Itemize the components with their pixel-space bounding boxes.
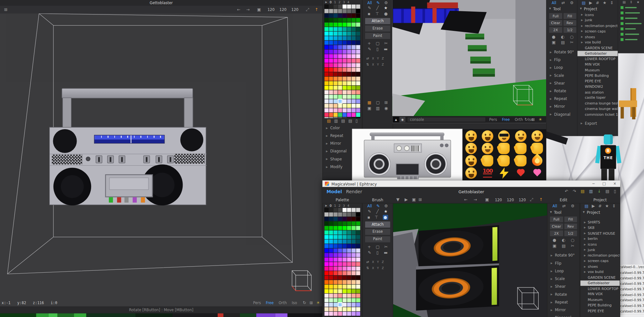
solid-mode-icon[interactable]: ● xyxy=(553,238,556,242)
palette-swatch[interactable] xyxy=(325,5,329,9)
gear-icon[interactable]: ⚙ xyxy=(384,1,388,5)
palette-swatch[interactable] xyxy=(356,54,360,58)
nav-forward-icon[interactable]: → xyxy=(246,8,250,12)
cut-tool-icon[interactable]: ✂ xyxy=(384,245,388,249)
project-item[interactable]: ▶ MIN VOX xyxy=(577,62,618,67)
palette-swatch[interactable] xyxy=(356,240,360,244)
lightning-emoji[interactable] xyxy=(498,167,510,179)
palette-swatch[interactable] xyxy=(334,95,338,99)
palette-swatch[interactable] xyxy=(334,36,338,40)
blush-emoji[interactable] xyxy=(515,131,526,142)
paint-button[interactable]: Paint xyxy=(365,33,390,39)
crop-icon[interactable]: ▣ xyxy=(485,198,489,202)
palette-swatch[interactable] xyxy=(338,86,342,90)
palette-swatch[interactable] xyxy=(356,285,360,289)
file-row[interactable]: icaVoxel-0.99.7.1 xyxy=(618,276,644,281)
palette-swatch[interactable] xyxy=(329,213,333,217)
palette-swatch[interactable] xyxy=(356,231,360,235)
palette-swatch[interactable] xyxy=(356,307,360,311)
palette-swatch[interactable] xyxy=(343,280,347,284)
palette-swatch[interactable] xyxy=(347,90,351,95)
palette-swatch[interactable] xyxy=(338,27,342,31)
palette-swatch[interactable] xyxy=(338,262,342,266)
victory-hand-emoji[interactable] xyxy=(482,155,494,167)
palette-swatch[interactable] xyxy=(356,208,360,212)
palette-swatch[interactable] xyxy=(343,36,347,40)
palette-swatch[interactable] xyxy=(352,27,356,31)
project-cursor-icon[interactable]: ▶ xyxy=(589,1,592,5)
palette-swatch[interactable] xyxy=(338,231,342,235)
edit-button[interactable]: Full xyxy=(549,13,562,19)
file-row[interactable]: icaVoxel-0.99.7.1 xyxy=(618,287,644,292)
palette-swatch[interactable] xyxy=(329,285,333,289)
file-row[interactable]: icaVoxel-0.99.7.1 xyxy=(618,303,644,309)
palette-swatch[interactable] xyxy=(347,280,351,284)
brush-voxel-icon[interactable]: ▪ xyxy=(368,12,371,16)
edit-section[interactable]: ▶ Flip xyxy=(547,259,579,267)
edit-button[interactable]: Clear xyxy=(550,223,563,229)
palette-swatch[interactable] xyxy=(338,267,342,271)
select-tool-icon[interactable]: ▢ xyxy=(376,41,380,46)
project-item[interactable]: ▶ icons xyxy=(580,241,620,247)
palette-swatch[interactable] xyxy=(334,41,338,45)
palette-swatch[interactable] xyxy=(352,298,356,302)
palette-swatch[interactable] xyxy=(338,90,342,95)
palette-swatch[interactable] xyxy=(325,32,329,36)
palette-swatch[interactable] xyxy=(325,258,329,262)
palette-swatch[interactable] xyxy=(352,280,356,284)
palette-swatch[interactable] xyxy=(329,77,333,81)
resize-icon[interactable]: ⤢ xyxy=(306,8,309,12)
palette-swatch[interactable] xyxy=(343,217,347,221)
view-mode[interactable]: Free xyxy=(266,301,274,305)
palette-swatch[interactable] xyxy=(329,289,333,293)
palette-swatch[interactable] xyxy=(347,208,351,212)
grid-mode-icon[interactable]: ⊞ xyxy=(419,198,422,202)
palette-swatch[interactable] xyxy=(352,235,356,239)
palette-swatch[interactable] xyxy=(347,217,351,221)
palette-swatch[interactable] xyxy=(338,226,342,230)
nav-back-icon[interactable]: ← xyxy=(464,198,468,202)
palette-swatch[interactable] xyxy=(343,117,347,118)
palette-swatch[interactable] xyxy=(338,108,342,113)
palette-swatch[interactable] xyxy=(352,262,356,266)
palette-swatch[interactable] xyxy=(325,235,329,239)
palette-swatch[interactable] xyxy=(343,253,347,257)
palette-swatch[interactable] xyxy=(343,208,347,212)
palette-swatch[interactable] xyxy=(325,41,329,45)
palette-swatch[interactable] xyxy=(338,9,342,13)
palette-swatch[interactable] xyxy=(334,63,338,67)
joy-emoji[interactable] xyxy=(465,143,477,154)
model-dimensions[interactable]: 120 120 120 xyxy=(495,198,526,202)
project-item[interactable]: ▶ junk xyxy=(577,17,618,23)
palette-swatch[interactable] xyxy=(343,222,347,226)
palette-swatch[interactable] xyxy=(347,36,351,40)
project-code-icon[interactable]: # xyxy=(596,1,599,5)
palette-swatch[interactable] xyxy=(352,45,356,49)
palette-swatch[interactable] xyxy=(356,63,360,67)
palette-swatch[interactable] xyxy=(329,294,333,298)
palette-swatch[interactable] xyxy=(334,307,338,311)
palette-swatch[interactable] xyxy=(343,23,347,27)
swap-icon[interactable]: ⇄ xyxy=(561,1,565,5)
palette-swatch[interactable] xyxy=(347,14,351,18)
palette-swatch[interactable] xyxy=(334,32,338,36)
palette-swatch[interactable] xyxy=(347,226,351,230)
mirror-x-toggle[interactable]: X xyxy=(372,57,374,60)
palette-swatch[interactable] xyxy=(356,77,360,81)
palette-swatch[interactable] xyxy=(334,240,338,244)
lock-x-toggle[interactable]: X xyxy=(372,63,374,66)
palette-swatch[interactable] xyxy=(334,45,338,49)
palette-swatch[interactable] xyxy=(329,23,333,27)
project-item[interactable]: ▶ cinema lounge test xyxy=(577,100,618,106)
palette-swatch[interactable] xyxy=(347,271,351,275)
palette-swatch[interactable] xyxy=(329,108,333,113)
palette-swatch[interactable] xyxy=(347,50,351,54)
palette-swatch[interactable] xyxy=(343,285,347,289)
edit-button[interactable]: Clear xyxy=(549,20,562,26)
delete-icon[interactable]: ▯ xyxy=(614,189,616,194)
paste-icon[interactable]: ▤ xyxy=(562,244,566,248)
fit-icon[interactable]: ↑ xyxy=(539,198,543,202)
delete-tool-icon[interactable]: ▯ xyxy=(376,47,379,51)
vox-file-row[interactable] xyxy=(618,15,644,21)
palette-swatch[interactable] xyxy=(329,9,333,13)
